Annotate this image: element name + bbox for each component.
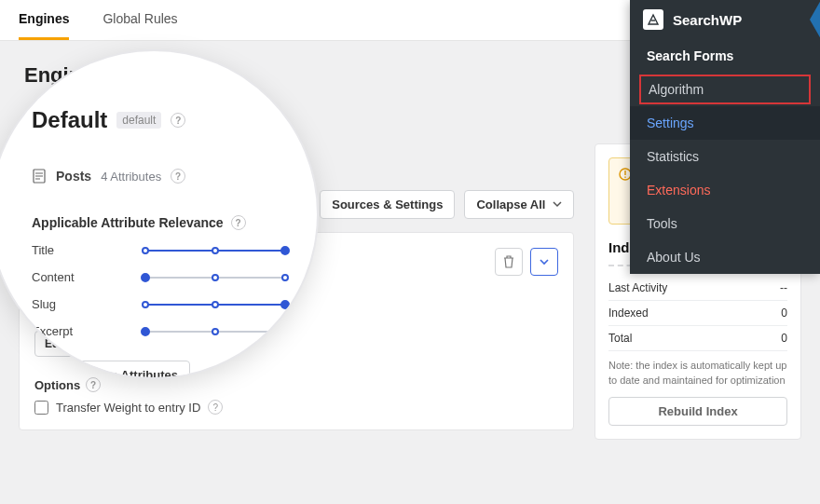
stat-last-activity: Last Activity --	[608, 276, 787, 301]
admin-submenu: SearchWP Search FormsAlgorithmSettingsSt…	[630, 0, 820, 274]
slider-node[interactable]	[141, 273, 150, 282]
svg-rect-2	[624, 177, 625, 178]
slider-node[interactable]	[141, 327, 150, 336]
submenu-item-about-us[interactable]: About Us	[630, 240, 820, 274]
slider-node[interactable]	[142, 247, 149, 254]
submenu-item-statistics[interactable]: Statistics	[630, 140, 820, 173]
source-posts-header: Posts 4 Attributes ?	[32, 169, 285, 184]
help-icon[interactable]: ?	[171, 113, 185, 128]
relevance-heading: Applicable Attribute Relevance ?	[32, 215, 285, 230]
slider-node[interactable]	[281, 274, 289, 281]
help-icon[interactable]: ?	[208, 400, 223, 415]
posts-icon	[32, 169, 47, 184]
trash-icon	[503, 255, 514, 268]
collapse-all-button[interactable]: Collapse All	[464, 190, 574, 219]
submenu-item-search-forms[interactable]: Search Forms	[630, 39, 820, 73]
index-note: Note: the index is automatically kept up…	[608, 359, 787, 388]
slider-node[interactable]	[212, 247, 219, 254]
searchwp-logo-icon	[643, 9, 663, 30]
attribute-row: Excerpt	[32, 324, 285, 338]
plugin-brand[interactable]: SearchWP	[630, 0, 820, 39]
attribute-label: Slug	[32, 297, 89, 311]
slider-node[interactable]	[212, 328, 219, 335]
stat-total: Total 0	[608, 326, 787, 351]
transfer-weight-option[interactable]: Transfer Weight to entry ID ?	[34, 400, 558, 415]
stat-indexed: Indexed 0	[608, 301, 787, 326]
chevron-down-icon	[540, 257, 549, 266]
attribute-count: 4 Attributes	[101, 170, 161, 184]
engine-title: Default default ?	[32, 107, 285, 133]
svg-rect-1	[624, 170, 625, 175]
help-icon[interactable]: ?	[86, 377, 101, 392]
submenu-item-algorithm[interactable]: Algorithm	[639, 75, 811, 104]
tab-global-rules[interactable]: Global Rules	[102, 0, 177, 40]
attribute-label: Content	[32, 270, 89, 284]
slider-node[interactable]	[280, 246, 290, 255]
attribute-row: Content	[32, 270, 285, 284]
options-heading: Options ?	[34, 377, 558, 392]
help-icon[interactable]: ?	[171, 169, 185, 184]
transfer-weight-label: Transfer Weight to entry ID	[56, 401, 200, 415]
delete-source-button[interactable]	[495, 248, 523, 276]
submenu-item-extensions[interactable]: Extensions	[630, 173, 820, 207]
slider-node[interactable]	[142, 301, 149, 308]
rebuild-index-button[interactable]: Rebuild Index	[608, 397, 787, 426]
chevron-down-icon	[553, 198, 562, 211]
transfer-weight-checkbox[interactable]	[34, 401, 48, 415]
attribute-row: Title	[32, 243, 285, 257]
slider-node[interactable]	[212, 301, 219, 308]
expand-source-button[interactable]	[530, 248, 558, 276]
engine-slug-badge: default	[116, 112, 161, 129]
tab-engines[interactable]: Engines	[19, 0, 69, 40]
magnifier-overlay: Default default ? Posts 4 Attributes ? A…	[0, 51, 317, 377]
active-menu-arrow-icon	[810, 0, 820, 39]
plugin-brand-label: SearchWP	[673, 12, 742, 28]
submenu-item-settings[interactable]: Settings	[630, 106, 820, 140]
sources-settings-button[interactable]: Sources & Settings	[320, 190, 455, 219]
submenu-item-tools[interactable]: Tools	[630, 207, 820, 240]
attribute-label: Title	[32, 243, 89, 257]
slider-node[interactable]	[212, 274, 219, 281]
relevance-slider[interactable]	[145, 298, 285, 311]
help-icon[interactable]: ?	[231, 215, 246, 230]
relevance-slider[interactable]	[145, 271, 285, 284]
relevance-slider[interactable]	[145, 244, 285, 257]
collapse-all-label: Collapse All	[476, 198, 545, 211]
attribute-row: Slug	[32, 297, 285, 311]
